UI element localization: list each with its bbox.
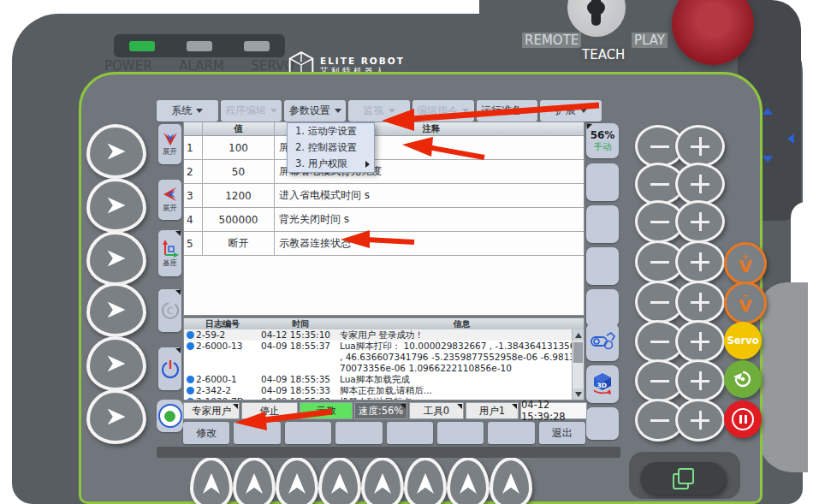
start-button[interactable] — [724, 360, 762, 398]
key-label-remote: REMOTE — [522, 33, 581, 48]
up-arrow-icon — [288, 473, 306, 494]
up-arrow-icon — [417, 473, 434, 494]
fkey-blank-2[interactable] — [285, 422, 331, 444]
touchscreen: 系统 程序编辑 参数设置 监视 编辑指令 运行准备 扩展 展开 展开 基座 — [157, 100, 620, 447]
log-row[interactable]: 2-59-2 04-12 15:35:10 专家用户 登录成功！ — [184, 329, 584, 341]
chevron-down-icon — [196, 109, 203, 113]
base-axes-icon — [161, 239, 180, 258]
speed-up-button[interactable]: + V — [724, 242, 767, 285]
side-up-arrow-icon[interactable] — [763, 108, 773, 115]
fkey-blank-4[interactable] — [387, 422, 433, 444]
submenu-arrow-icon — [365, 161, 370, 168]
exit-button[interactable]: 退出 — [539, 422, 585, 444]
side-left-arrow-icon[interactable] — [787, 133, 794, 144]
side-down-arrow-icon[interactable] — [763, 156, 773, 163]
chevron-down-icon — [462, 109, 469, 113]
status-user-frame[interactable]: 用户1 — [466, 402, 519, 419]
plus-icon — [691, 221, 709, 223]
fkey-blank-5[interactable] — [437, 422, 484, 444]
jog-left-button-4[interactable] — [86, 282, 146, 337]
side-blank-button-1[interactable] — [586, 163, 619, 201]
fkey-blank-3[interactable] — [335, 422, 382, 444]
menu-item-kinematics[interactable]: 1. 运动学设置 — [288, 123, 374, 139]
log-scrollbar[interactable] — [572, 329, 584, 400]
menu-monitor[interactable]: 监视 — [348, 100, 410, 122]
status-run-state[interactable]: 停止 — [241, 402, 298, 419]
pause-button[interactable] — [724, 400, 762, 438]
side-blank-button-4[interactable] — [586, 289, 619, 327]
scrollbar-thumb[interactable] — [573, 342, 583, 363]
status-tool[interactable]: 工具0 — [409, 402, 464, 419]
expand-down-label: 展开 — [163, 147, 177, 157]
jog-left-button-3[interactable] — [86, 231, 146, 286]
jog-panel-button[interactable] — [586, 323, 619, 361]
chevron-right-icon — [108, 356, 126, 372]
base-frame-button[interactable]: 基座 — [158, 230, 181, 276]
cycle-start-icon — [733, 369, 753, 389]
status-user[interactable]: 专家用户 — [183, 402, 240, 419]
plus-icon — [691, 380, 709, 382]
cycle-mode-button[interactable]: C — [158, 289, 181, 332]
side-blank-button-5[interactable] — [586, 407, 619, 440]
speed-percent: 56% — [591, 129, 615, 141]
teach-pendant: { "device": { "led_labels": ["POWER", "A… — [0, 0, 819, 504]
menu-label: 程序编辑 — [225, 104, 266, 118]
plus-icon — [691, 419, 709, 422]
speed-down-button[interactable]: − V — [724, 282, 767, 324]
modify-button[interactable]: 修改 — [183, 422, 229, 444]
menu-item-user-rights[interactable]: 3. 用户权限 — [288, 156, 374, 172]
chevron-right-icon — [108, 198, 126, 214]
status-bar: 专家用户 停止 示教 速度:56% 工具0 用户1 04-12 15:39:28 — [183, 402, 587, 419]
menu-parameter-settings[interactable]: 参数设置 — [284, 100, 346, 122]
menu-item-controller[interactable]: 2. 控制器设置 — [288, 139, 374, 156]
power-control-button[interactable] — [158, 347, 181, 390]
table-row[interactable]: 4 500000 背光关闭时间 s — [184, 208, 584, 232]
screen-bottom-bezel — [157, 447, 620, 458]
expand-left-button[interactable]: 展开 — [158, 180, 181, 220]
double-chevron-down-icon — [162, 132, 179, 146]
menu-system[interactable]: 系统 — [157, 100, 218, 122]
view-3d-button[interactable]: 3D — [586, 365, 619, 403]
record-button[interactable] — [157, 400, 183, 432]
jog-left-button-1[interactable] — [86, 124, 146, 179]
fkey-blank-1[interactable] — [234, 422, 280, 444]
menu-program-edit[interactable]: 程序编辑 — [221, 100, 282, 122]
menu-label: 运行准备 — [481, 104, 522, 118]
log-row[interactable]: 2-6000-1 04-09 18:55:35 Lua脚本加载完成 — [184, 374, 584, 385]
jog-left-button-5[interactable] — [86, 336, 146, 391]
status-speed[interactable]: 速度:56% — [354, 402, 407, 419]
key-head — [587, 0, 605, 15]
scroll-up-button[interactable] — [573, 329, 584, 341]
table-row[interactable]: 5 断开 示教器连接状态 — [184, 232, 584, 256]
fkey-blank-6[interactable] — [488, 422, 534, 444]
side-blank-button-2[interactable] — [586, 205, 619, 243]
manual-mode-label: 手动 — [594, 141, 612, 153]
jog-left-button-2[interactable] — [86, 178, 146, 233]
up-arrow-icon — [246, 473, 263, 494]
table-row[interactable]: 3 1200 进入省电模式时间 s — [184, 184, 584, 208]
log-row[interactable]: 2-342-2 04-09 18:55:33 脚本正在加载,请稍后... — [184, 385, 584, 396]
jog-left-button-6[interactable] — [86, 389, 146, 444]
parameter-table: 值 注释 1 100 屏幕背光亮度 2 50 屏幕省电模式背光亮度 3 1200… — [183, 122, 585, 316]
log-row[interactable]: 2-6000-13 04-09 18:55:37 Lua脚本打印： 10.000… — [184, 341, 584, 374]
servo-button[interactable]: Servo — [724, 322, 762, 359]
expand-down-button[interactable]: 展开 — [158, 124, 181, 164]
menu-run-prepare[interactable]: 运行准备 — [477, 100, 538, 122]
key-label-play: PLAY — [632, 33, 668, 48]
chevron-down-icon — [335, 109, 341, 113]
minus-icon — [650, 221, 669, 223]
table-row[interactable]: 2 50 屏幕省电模式背光亮度 — [184, 160, 584, 184]
speed-mode-button[interactable]: 56% 手动 — [586, 123, 619, 158]
status-teach-mode[interactable]: 示教 — [300, 402, 353, 419]
page-switch-button[interactable] — [640, 462, 726, 495]
menu-edit-instruction[interactable]: 编辑指令 — [412, 100, 474, 122]
table-row[interactable]: 1 100 屏幕背光亮度 — [184, 136, 584, 160]
key-label-teach: TEACH — [579, 47, 627, 62]
info-icon — [187, 376, 194, 383]
side-blank-button-3[interactable] — [586, 247, 619, 285]
menu-extend[interactable]: 扩展 — [540, 100, 602, 122]
menu-label: 系统 — [171, 104, 192, 118]
led-panel — [114, 34, 285, 57]
chevron-right-icon — [108, 302, 126, 318]
log-header: 日志编号 时间 信息 — [184, 318, 584, 329]
